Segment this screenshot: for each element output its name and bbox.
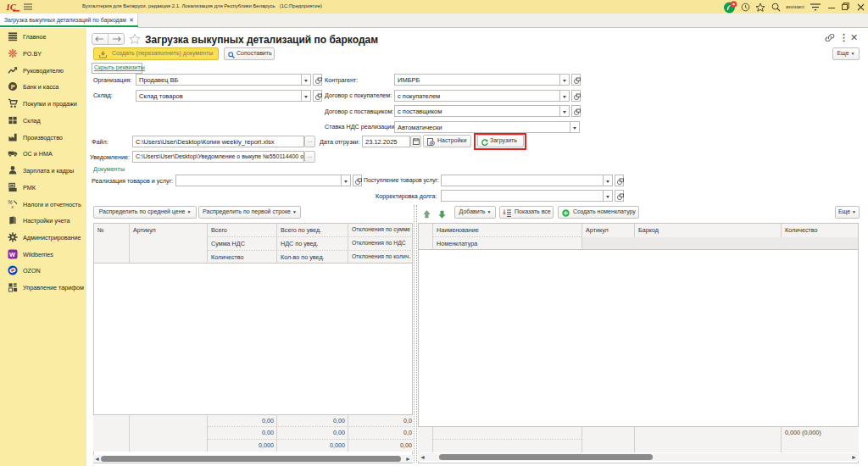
svg-text:1С: 1С xyxy=(6,3,16,12)
svg-text:P: P xyxy=(11,83,15,91)
svg-text:W: W xyxy=(9,251,15,258)
svg-text:х: х xyxy=(10,204,14,209)
